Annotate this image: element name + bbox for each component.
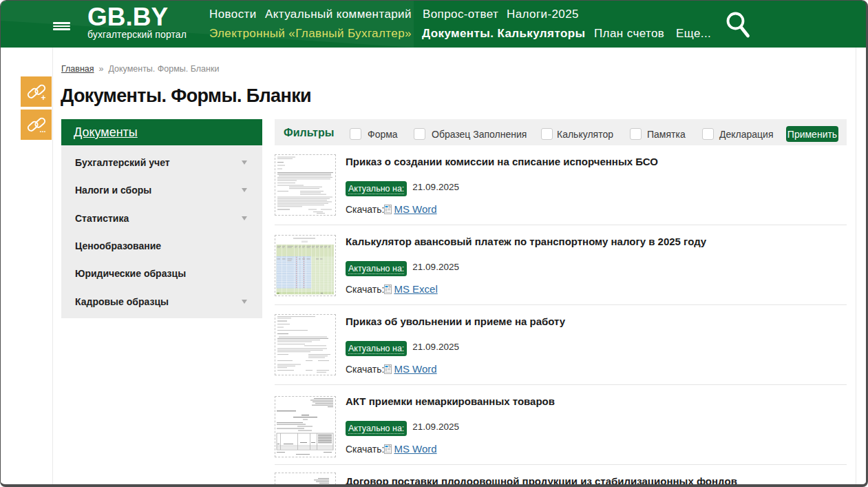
svg-text:...: ...	[39, 125, 45, 134]
svg-text:+: +	[41, 93, 45, 103]
